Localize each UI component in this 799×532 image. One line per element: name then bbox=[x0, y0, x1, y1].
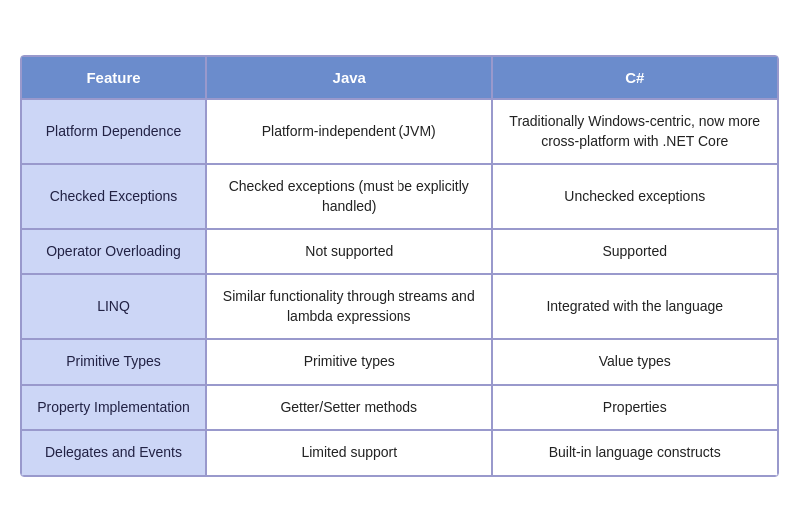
row-0-csharp: Traditionally Windows-centric, now more … bbox=[492, 99, 779, 164]
table-grid: Feature Java C# Platform Dependence Plat… bbox=[21, 56, 778, 476]
row-3-java-value: Similar functionality through streams an… bbox=[221, 287, 477, 326]
row-5-feature: Property Implementation bbox=[21, 385, 206, 431]
header-java-label: Java bbox=[333, 67, 366, 88]
row-6-java-value: Limited support bbox=[301, 443, 397, 463]
row-1-feature-label: Checked Exceptions bbox=[50, 187, 178, 207]
header-java: Java bbox=[206, 56, 492, 99]
row-6-java: Limited support bbox=[206, 430, 492, 476]
row-4-java: Primitive types bbox=[206, 339, 492, 385]
row-3-csharp: Integrated with the language bbox=[492, 274, 779, 339]
comparison-table: Feature Java C# Platform Dependence Plat… bbox=[20, 55, 779, 477]
row-2-feature-label: Operator Overloading bbox=[46, 242, 181, 262]
row-5-csharp-value: Properties bbox=[603, 398, 667, 418]
row-1-csharp-value: Unchecked exceptions bbox=[564, 187, 705, 207]
row-6-csharp-value: Built-in language constructs bbox=[549, 443, 721, 463]
header-feature-label: Feature bbox=[86, 67, 140, 88]
row-0-java-value: Platform-independent (JVM) bbox=[262, 122, 436, 142]
row-2-feature: Operator Overloading bbox=[21, 229, 206, 274]
row-6-feature-label: Delegates and Events bbox=[45, 443, 182, 463]
row-2-java-value: Not supported bbox=[305, 242, 393, 262]
row-0-java: Platform-independent (JVM) bbox=[206, 99, 492, 164]
header-csharp-label: C# bbox=[625, 67, 644, 88]
header-csharp: C# bbox=[492, 56, 779, 99]
row-4-csharp: Value types bbox=[492, 339, 779, 385]
row-6-csharp: Built-in language constructs bbox=[492, 430, 779, 476]
row-1-feature: Checked Exceptions bbox=[21, 164, 206, 229]
row-4-feature: Primitive Types bbox=[21, 339, 206, 385]
row-3-feature-label: LINQ bbox=[97, 297, 130, 317]
row-3-csharp-value: Integrated with the language bbox=[546, 297, 723, 317]
row-5-java: Getter/Setter methods bbox=[206, 385, 492, 431]
row-0-csharp-value: Traditionally Windows-centric, now more … bbox=[507, 112, 764, 151]
row-4-java-value: Primitive types bbox=[304, 352, 395, 372]
row-2-java: Not supported bbox=[206, 229, 492, 274]
row-1-csharp: Unchecked exceptions bbox=[492, 164, 779, 229]
row-1-java: Checked exceptions (must be explicitly h… bbox=[206, 164, 492, 229]
header-feature: Feature bbox=[21, 56, 206, 99]
row-0-feature-label: Platform Dependence bbox=[46, 122, 181, 142]
row-1-java-value: Checked exceptions (must be explicitly h… bbox=[221, 177, 477, 216]
row-3-feature: LINQ bbox=[21, 274, 206, 339]
row-3-java: Similar functionality through streams an… bbox=[206, 274, 492, 339]
row-4-feature-label: Primitive Types bbox=[66, 352, 161, 372]
row-6-feature: Delegates and Events bbox=[21, 430, 206, 476]
row-4-csharp-value: Value types bbox=[599, 352, 671, 372]
row-5-java-value: Getter/Setter methods bbox=[280, 398, 417, 418]
row-2-csharp: Supported bbox=[492, 229, 779, 274]
row-0-feature: Platform Dependence bbox=[21, 99, 206, 164]
row-5-csharp: Properties bbox=[492, 385, 779, 431]
row-2-csharp-value: Supported bbox=[602, 242, 667, 262]
row-5-feature-label: Property Implementation bbox=[37, 398, 190, 418]
